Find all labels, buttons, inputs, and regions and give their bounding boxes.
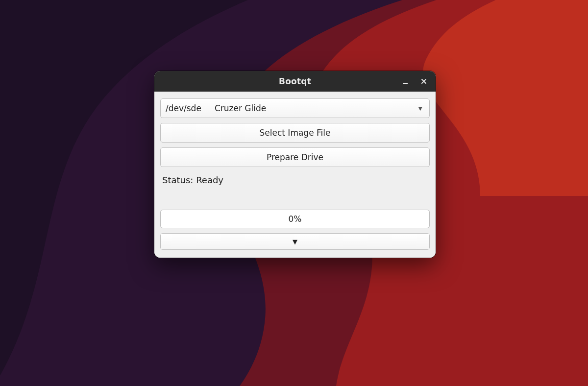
app-window: Bootqt /dev/sde Cruzer Glide ▼	[154, 71, 436, 258]
select-image-button[interactable]: Select Image File	[160, 123, 430, 143]
progress-text: 0%	[289, 214, 302, 224]
spacer	[160, 186, 430, 210]
window-controls	[396, 71, 433, 92]
window-title: Bootqt	[154, 76, 436, 86]
titlebar[interactable]: Bootqt	[154, 71, 436, 92]
drive-selector[interactable]: /dev/sde Cruzer Glide ▼	[160, 98, 430, 118]
minimize-icon	[402, 78, 409, 85]
prepare-drive-button[interactable]: Prepare Drive	[160, 147, 430, 167]
drive-selector-value: /dev/sde Cruzer Glide	[166, 103, 266, 113]
status-text: Status: Ready	[160, 172, 430, 186]
desktop-wallpaper: Bootqt /dev/sde Cruzer Glide ▼	[0, 0, 588, 386]
minimize-button[interactable]	[396, 72, 414, 90]
prepare-drive-label: Prepare Drive	[267, 152, 323, 162]
window-client-area: /dev/sde Cruzer Glide ▼ Select Image Fil…	[154, 92, 436, 258]
progress-bar: 0%	[160, 210, 430, 228]
close-icon	[420, 78, 427, 85]
svg-rect-1	[403, 83, 408, 84]
chevron-down-icon: ▼	[418, 105, 422, 112]
expand-details-button[interactable]: ▼	[160, 233, 430, 250]
select-image-label: Select Image File	[260, 128, 331, 138]
close-button[interactable]	[415, 72, 433, 90]
triangle-down-icon: ▼	[293, 238, 297, 245]
